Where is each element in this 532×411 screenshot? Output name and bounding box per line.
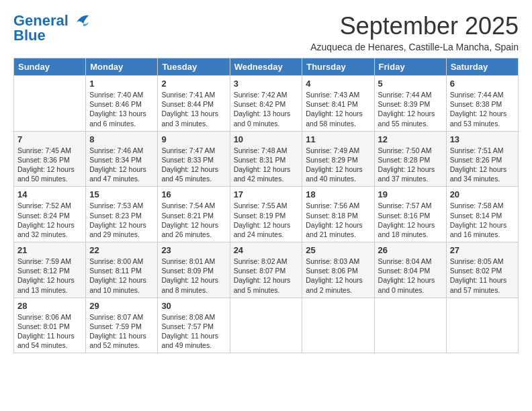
day-info: Sunrise: 8:04 AM Sunset: 8:04 PM Dayligh… [378,257,443,295]
calendar-header-thursday: Thursday [302,58,374,76]
calendar-week-row: 1Sunrise: 7:40 AM Sunset: 8:46 PM Daylig… [14,76,519,132]
calendar-header-monday: Monday [86,58,158,76]
calendar-cell: 12Sunrise: 7:50 AM Sunset: 8:28 PM Dayli… [374,131,446,187]
day-number: 14 [17,189,82,199]
day-info: Sunrise: 7:49 AM Sunset: 8:29 PM Dayligh… [306,146,370,184]
calendar-header-saturday: Saturday [446,58,518,76]
day-number: 21 [17,245,82,255]
calendar-cell: 18Sunrise: 7:56 AM Sunset: 8:18 PM Dayli… [302,187,374,242]
day-number: 5 [378,79,443,89]
day-number: 18 [306,189,370,199]
day-number: 26 [378,245,443,255]
calendar-cell: 19Sunrise: 7:57 AM Sunset: 8:16 PM Dayli… [374,187,446,242]
day-number: 8 [89,134,154,144]
calendar-header-tuesday: Tuesday [158,58,230,76]
day-number: 10 [234,134,299,144]
day-info: Sunrise: 7:58 AM Sunset: 8:14 PM Dayligh… [450,201,515,239]
calendar-cell: 8Sunrise: 7:46 AM Sunset: 8:34 PM Daylig… [86,131,158,187]
calendar-cell: 6Sunrise: 7:44 AM Sunset: 8:38 PM Daylig… [446,76,518,132]
day-info: Sunrise: 8:00 AM Sunset: 8:11 PM Dayligh… [89,257,154,295]
day-number: 27 [450,245,515,255]
day-info: Sunrise: 7:42 AM Sunset: 8:42 PM Dayligh… [234,90,299,128]
calendar-cell: 2Sunrise: 7:41 AM Sunset: 8:44 PM Daylig… [158,76,230,132]
day-info: Sunrise: 8:02 AM Sunset: 8:07 PM Dayligh… [234,257,299,295]
calendar-header-friday: Friday [374,58,446,76]
day-number: 4 [306,79,370,89]
calendar-cell [14,76,86,132]
day-info: Sunrise: 7:57 AM Sunset: 8:16 PM Dayligh… [378,201,443,239]
calendar-cell: 9Sunrise: 7:47 AM Sunset: 8:33 PM Daylig… [158,131,230,187]
day-info: Sunrise: 7:47 AM Sunset: 8:33 PM Dayligh… [161,146,226,184]
logo: GeneralBlue [13,13,90,43]
day-number: 9 [161,134,226,144]
day-info: Sunrise: 8:05 AM Sunset: 8:02 PM Dayligh… [450,257,515,295]
calendar-header-wednesday: Wednesday [230,58,302,76]
calendar-cell: 16Sunrise: 7:54 AM Sunset: 8:21 PM Dayli… [158,187,230,242]
calendar-cell [446,298,518,353]
day-info: Sunrise: 7:44 AM Sunset: 8:39 PM Dayligh… [378,90,443,128]
calendar-cell [374,298,446,353]
day-info: Sunrise: 7:50 AM Sunset: 8:28 PM Dayligh… [378,146,443,184]
calendar-cell: 25Sunrise: 8:03 AM Sunset: 8:06 PM Dayli… [302,242,374,298]
day-info: Sunrise: 8:01 AM Sunset: 8:09 PM Dayligh… [161,257,226,295]
day-info: Sunrise: 7:55 AM Sunset: 8:19 PM Dayligh… [234,201,299,239]
day-info: Sunrise: 8:07 AM Sunset: 7:59 PM Dayligh… [89,312,154,351]
calendar-cell: 26Sunrise: 8:04 AM Sunset: 8:04 PM Dayli… [374,242,446,298]
day-info: Sunrise: 7:40 AM Sunset: 8:46 PM Dayligh… [89,90,154,128]
day-info: Sunrise: 7:41 AM Sunset: 8:44 PM Dayligh… [161,90,226,128]
calendar-header-row: SundayMondayTuesdayWednesdayThursdayFrid… [14,58,519,76]
calendar-cell: 20Sunrise: 7:58 AM Sunset: 8:14 PM Dayli… [446,187,518,242]
calendar-cell: 28Sunrise: 8:06 AM Sunset: 8:01 PM Dayli… [14,298,86,353]
header: GeneralBlue September 2025 Azuqueca de H… [13,12,519,52]
day-number: 30 [161,301,226,311]
calendar-cell [302,298,374,353]
day-number: 17 [234,189,299,199]
day-number: 24 [234,245,299,255]
calendar-table: SundayMondayTuesdayWednesdayThursdayFrid… [13,58,519,353]
calendar-cell: 1Sunrise: 7:40 AM Sunset: 8:46 PM Daylig… [86,76,158,132]
day-info: Sunrise: 8:03 AM Sunset: 8:06 PM Dayligh… [306,257,370,295]
day-info: Sunrise: 7:43 AM Sunset: 8:41 PM Dayligh… [306,90,370,128]
logo-bird-icon [70,13,90,32]
calendar-header-sunday: Sunday [14,58,86,76]
calendar-cell: 7Sunrise: 7:45 AM Sunset: 8:36 PM Daylig… [14,131,86,187]
calendar-cell: 3Sunrise: 7:42 AM Sunset: 8:42 PM Daylig… [230,76,302,132]
calendar-cell: 4Sunrise: 7:43 AM Sunset: 8:41 PM Daylig… [302,76,374,132]
day-number: 6 [450,79,515,89]
day-number: 2 [161,79,226,89]
day-info: Sunrise: 7:46 AM Sunset: 8:34 PM Dayligh… [89,146,154,184]
day-info: Sunrise: 7:51 AM Sunset: 8:26 PM Dayligh… [450,146,515,184]
calendar-week-row: 21Sunrise: 7:59 AM Sunset: 8:12 PM Dayli… [14,242,519,298]
calendar-cell: 24Sunrise: 8:02 AM Sunset: 8:07 PM Dayli… [230,242,302,298]
location-subtitle: Azuqueca de Henares, Castille-La Mancha,… [310,42,519,52]
calendar-cell: 17Sunrise: 7:55 AM Sunset: 8:19 PM Dayli… [230,187,302,242]
day-info: Sunrise: 7:59 AM Sunset: 8:12 PM Dayligh… [17,257,82,295]
day-number: 19 [378,189,443,199]
month-title: September 2025 [310,12,519,40]
calendar-week-row: 7Sunrise: 7:45 AM Sunset: 8:36 PM Daylig… [14,131,519,187]
day-number: 16 [161,189,226,199]
day-number: 23 [161,245,226,255]
title-block: September 2025 Azuqueca de Henares, Cast… [310,12,519,52]
day-number: 22 [89,245,154,255]
day-number: 13 [450,134,515,144]
calendar-cell [230,298,302,353]
calendar-cell: 14Sunrise: 7:52 AM Sunset: 8:24 PM Dayli… [14,187,86,242]
day-info: Sunrise: 7:48 AM Sunset: 8:31 PM Dayligh… [234,146,299,184]
day-number: 25 [306,245,370,255]
calendar-cell: 21Sunrise: 7:59 AM Sunset: 8:12 PM Dayli… [14,242,86,298]
day-number: 3 [234,79,299,89]
page: GeneralBlue September 2025 Azuqueca de H… [0,0,532,365]
day-number: 11 [306,134,370,144]
day-number: 1 [89,79,154,89]
calendar-cell: 13Sunrise: 7:51 AM Sunset: 8:26 PM Dayli… [446,131,518,187]
calendar-cell: 5Sunrise: 7:44 AM Sunset: 8:39 PM Daylig… [374,76,446,132]
day-number: 20 [450,189,515,199]
calendar-cell: 11Sunrise: 7:49 AM Sunset: 8:29 PM Dayli… [302,131,374,187]
day-info: Sunrise: 7:45 AM Sunset: 8:36 PM Dayligh… [17,146,82,184]
day-info: Sunrise: 7:44 AM Sunset: 8:38 PM Dayligh… [450,90,515,128]
calendar-week-row: 28Sunrise: 8:06 AM Sunset: 8:01 PM Dayli… [14,298,519,353]
calendar-cell: 30Sunrise: 8:08 AM Sunset: 7:57 PM Dayli… [158,298,230,353]
calendar-cell: 27Sunrise: 8:05 AM Sunset: 8:02 PM Dayli… [446,242,518,298]
day-info: Sunrise: 8:08 AM Sunset: 7:57 PM Dayligh… [161,312,226,351]
